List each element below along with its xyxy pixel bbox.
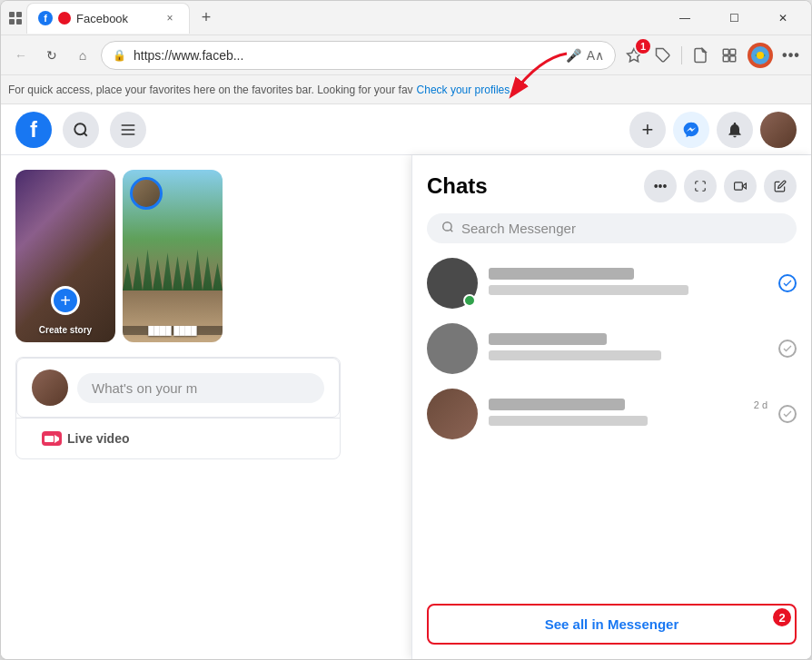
post-avatar [32,369,68,406]
chat-name-2 [489,333,607,345]
story-card-2[interactable]: ████ ████ [123,170,223,342]
chat-name-row-3: 2 d [489,399,767,410]
favorites-icon[interactable]: 1 [621,43,647,68]
story-name-1: Create story [15,325,115,335]
chat-preview-1 [489,285,688,295]
fb-user-avatar[interactable] [760,112,797,148]
feed-area: + Create story ████ ████ What's [1,155,355,659]
address-bar: ← ↻ ⌂ 🔒 https://www.faceb... 🎤 A∧ 1 [1,35,811,75]
back-button[interactable]: ← [8,43,34,68]
chat-avatar-inner-2 [427,323,478,374]
chat-preview-3 [489,416,648,426]
search-messenger-icon [441,221,454,236]
refresh-button[interactable]: ↻ [39,43,64,68]
lock-icon: 🔒 [113,49,126,62]
live-icon [42,431,62,446]
badge-1: 1 [634,37,652,55]
shopping-icon[interactable] [650,43,676,68]
svg-rect-13 [122,124,135,126]
chat-name-row-1 [489,268,767,280]
facebook-logo[interactable]: f [15,112,52,148]
chat-status-1 [778,274,797,292]
story-avatar-2 [130,177,163,210]
chat-avatar-1 [427,258,478,309]
tab-favicon: f [38,11,53,25]
online-indicator-1 [463,294,476,307]
chats-more-button[interactable]: ••• [644,170,677,202]
chat-name-3 [489,399,625,410]
story-card-1[interactable]: + Create story [15,170,115,342]
address-bar-input[interactable]: 🔒 https://www.faceb... 🎤 A∧ [101,41,616,70]
browser-tab[interactable]: f Facebook × [26,3,190,34]
story-card-1-bg [15,170,115,342]
chat-status-2 [778,340,797,358]
window-controls: — ☐ ✕ [664,5,804,32]
story-add-button[interactable]: + [51,286,80,315]
post-box-container: What's on your m Live video [15,357,341,459]
svg-rect-7 [723,55,728,61]
chats-video-button[interactable] [724,170,757,202]
chats-panel: Chats ••• [411,155,811,659]
live-video-button[interactable]: Live video [31,426,140,451]
fb-menu-button[interactable] [110,112,146,148]
chat-item-2[interactable] [412,316,811,381]
tab-grid-icon[interactable] [8,11,23,25]
svg-rect-6 [730,49,736,54]
svg-rect-16 [45,436,54,442]
toolbar-divider [681,46,682,64]
see-all-messenger-button[interactable]: See all in Messenger [427,604,797,645]
live-video-label: Live video [67,431,129,446]
chat-preview-2 [489,350,661,360]
svg-rect-19 [735,182,743,190]
collections-icon[interactable] [717,43,742,68]
chat-item-3[interactable]: 2 d [412,381,811,447]
tab-area: f Facebook × + [8,3,660,34]
svg-rect-8 [730,55,736,61]
new-tab-button[interactable]: + [193,5,219,31]
browser-window: f Facebook × + — ☐ ✕ ← ↻ ⌂ 🔒 https://www… [0,0,812,660]
extensions-icon[interactable] [688,43,713,68]
chat-name-row-2 [489,333,767,345]
svg-point-11 [757,52,764,59]
svg-rect-2 [9,19,15,25]
fb-navbar: f + [1,104,811,155]
fb-search-button[interactable] [63,112,99,148]
chat-time-3: 2 d [754,399,767,410]
chat-info-2 [489,333,767,364]
post-input[interactable]: What's on your m [77,373,324,403]
close-button[interactable]: ✕ [762,5,804,32]
svg-rect-15 [122,133,135,135]
svg-rect-1 [16,12,22,17]
tab-record-indicator [58,12,71,25]
check-profiles-link[interactable]: Check your profiles [417,84,510,96]
svg-rect-14 [122,129,135,131]
chats-header-buttons: ••• [644,170,797,202]
tab-title: Facebook [76,12,156,25]
fb-notifications-button[interactable] [717,112,753,148]
tab-close-button[interactable]: × [162,10,178,26]
story-cards: + Create story ████ ████ [15,170,341,342]
svg-rect-3 [16,19,22,25]
toolbar-icons: 1 [621,41,804,70]
chats-fullscreen-button[interactable] [684,170,717,202]
chat-avatar-inner-3 [427,389,478,439]
story-name-2: ████ ████ [123,326,223,335]
fb-add-button[interactable]: + [629,112,666,148]
search-messenger-bar[interactable]: Search Messenger [427,213,797,243]
svg-point-20 [443,222,451,231]
svg-marker-18 [742,183,746,189]
page-content: f + [1,104,811,659]
chats-header: Chats ••• [412,155,811,210]
chat-item-1[interactable] [412,251,811,316]
maximize-button[interactable]: ☐ [713,5,755,32]
minimize-button[interactable]: — [664,5,706,32]
fb-messenger-button[interactable] [673,112,709,148]
read-aloud-icon[interactable]: A∧ [587,48,604,63]
edge-profiles-button[interactable] [746,41,775,70]
chats-edit-button[interactable] [764,170,797,202]
home-button[interactable]: ⌂ [70,43,95,68]
post-box[interactable]: What's on your m [16,358,340,418]
chats-title: Chats [427,173,633,199]
more-options-button[interactable]: ••• [778,43,804,68]
mic-icon[interactable]: 🎤 [566,48,581,63]
